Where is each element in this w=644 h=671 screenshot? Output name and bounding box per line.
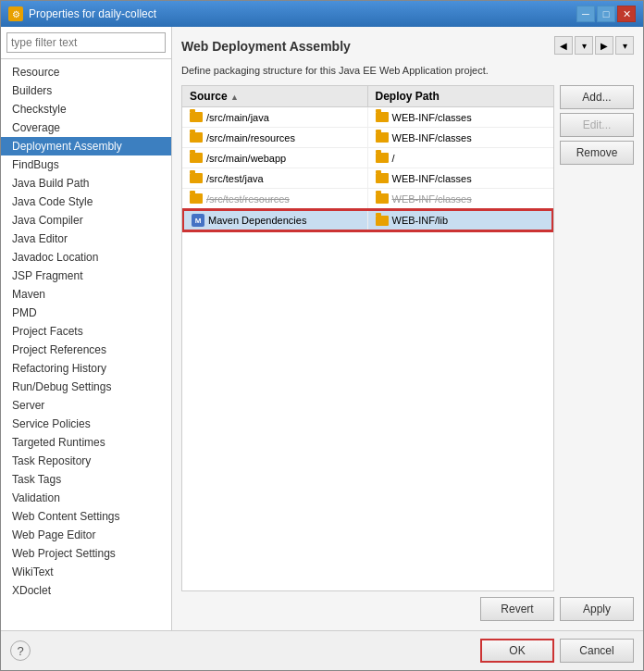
sidebar-item-maven[interactable]: Maven	[1, 285, 171, 304]
maven-icon: M	[192, 214, 204, 227]
panel-description: Define packaging structure for this Java…	[181, 64, 634, 78]
sidebar-item-builders[interactable]: Builders	[1, 81, 171, 100]
cell-deploy-label: WEB-INF/lib	[392, 215, 449, 226]
folder-icon	[376, 132, 389, 143]
ok-button[interactable]: OK	[480, 639, 554, 663]
cell-source-label: /src/test/java	[206, 173, 264, 184]
apply-button[interactable]: Apply	[560, 597, 634, 621]
table-row[interactable]: MMaven DependenciesWEB-INF/lib	[182, 209, 553, 231]
panel-header-row: Web Deployment Assembly ◀ ▾ ▶ ▾	[181, 36, 634, 58]
filter-input[interactable]	[6, 32, 166, 53]
cancel-button[interactable]: Cancel	[560, 639, 634, 663]
minimize-button[interactable]: ─	[576, 6, 595, 22]
content-area: ResourceBuildersCheckstyleCoverageDeploy…	[1, 27, 643, 630]
cell-deploy: WEB-INF/classes	[368, 168, 554, 188]
close-button[interactable]: ✕	[617, 6, 636, 22]
maximize-button[interactable]: □	[597, 6, 615, 22]
folder-icon	[376, 112, 389, 122]
sidebar-item-web-project-settings[interactable]: Web Project Settings	[1, 544, 171, 563]
folder-icon	[190, 173, 203, 183]
sidebar-item-javadoc-location[interactable]: Javadoc Location	[1, 248, 171, 267]
table-row[interactable]: /src/main/webapp/	[182, 148, 553, 168]
main-content-row: Source ▲ Deploy Path /src/main/javaWEB-I…	[181, 85, 634, 591]
table-row[interactable]: /src/test/resourcesWEB-INF/classes	[182, 189, 553, 209]
cell-source: /src/main/java	[182, 107, 368, 127]
cell-source: MMaven Dependencies	[184, 211, 368, 230]
remove-button[interactable]: Remove	[560, 141, 634, 165]
folder-icon	[190, 132, 203, 143]
sidebar-item-targeted-runtimes[interactable]: Targeted Runtimes	[1, 433, 171, 452]
cell-deploy: WEB-INF/classes	[368, 128, 554, 147]
cell-deploy: /	[368, 148, 554, 168]
right-content: Source ▲ Deploy Path /src/main/javaWEB-I…	[181, 85, 634, 621]
sidebar-item-findbugs[interactable]: FindBugs	[1, 155, 171, 174]
sidebar-item-web-content-settings[interactable]: Web Content Settings	[1, 507, 171, 526]
col-source-header: Source ▲	[182, 86, 368, 106]
dialog-bottom-right: OK Cancel	[480, 639, 634, 663]
sidebar-item-jsp-fragment[interactable]: JSP Fragment	[1, 267, 171, 285]
sidebar-item-wikitext[interactable]: WikiText	[1, 563, 171, 581]
sidebar-item-java-compiler[interactable]: Java Compiler	[1, 211, 171, 230]
sidebar-item-project-references[interactable]: Project References	[1, 341, 171, 359]
left-panel: ResourceBuildersCheckstyleCoverageDeploy…	[1, 27, 172, 630]
folder-icon	[190, 112, 203, 122]
table-header: Source ▲ Deploy Path	[182, 86, 553, 107]
table-row[interactable]: /src/main/javaWEB-INF/classes	[182, 107, 553, 128]
folder-icon	[376, 153, 389, 163]
cell-source: /src/main/resources	[182, 128, 368, 147]
sidebar-item-resource[interactable]: Resource	[1, 63, 171, 81]
sidebar-item-task-tags[interactable]: Task Tags	[1, 470, 171, 489]
folder-icon	[190, 153, 203, 163]
sidebar-item-task-repository[interactable]: Task Repository	[1, 452, 171, 470]
edit-button[interactable]: Edit...	[560, 113, 634, 137]
cell-source-label: /src/test/resources	[206, 193, 290, 205]
cell-source-label: /src/main/java	[206, 112, 269, 123]
nav-back-button[interactable]: ◀	[554, 36, 573, 55]
filter-box	[1, 27, 171, 59]
cell-deploy-label: WEB-INF/classes	[392, 193, 472, 205]
sidebar-item-service-policies[interactable]: Service Policies	[1, 415, 171, 433]
window-icon: ⚙	[8, 6, 23, 21]
sidebar-item-pmd[interactable]: PMD	[1, 304, 171, 322]
sidebar-item-run-debug-settings[interactable]: Run/Debug Settings	[1, 378, 171, 396]
help-button[interactable]: ?	[10, 640, 31, 661]
sidebar-item-deployment-assembly[interactable]: Deployment Assembly	[1, 137, 171, 155]
title-bar-controls: ─ □ ✕	[576, 6, 636, 22]
table-row[interactable]: /src/main/resourcesWEB-INF/classes	[182, 128, 553, 148]
sidebar-item-checkstyle[interactable]: Checkstyle	[1, 100, 171, 118]
cell-deploy: WEB-INF/classes	[368, 189, 554, 208]
folder-icon	[190, 193, 203, 204]
panel-nav: ◀ ▾ ▶ ▾	[554, 36, 634, 55]
nav-forward-button[interactable]: ▶	[595, 36, 613, 55]
right-panel: Web Deployment Assembly ◀ ▾ ▶ ▾ Define p…	[172, 27, 643, 630]
nav-forward-dropdown-button[interactable]: ▾	[615, 36, 634, 55]
table-row[interactable]: /src/test/javaWEB-INF/classes	[182, 168, 553, 189]
col-deploy-header: Deploy Path	[368, 86, 554, 106]
table-body: /src/main/javaWEB-INF/classes/src/main/r…	[182, 107, 553, 590]
folder-icon	[376, 173, 389, 183]
sidebar-item-java-code-style[interactable]: Java Code Style	[1, 193, 171, 211]
cell-deploy-label: /	[392, 153, 395, 164]
dialog-bottom: ? OK Cancel	[1, 630, 643, 670]
cell-source-label: /src/main/webapp	[206, 153, 286, 164]
sidebar-item-server[interactable]: Server	[1, 396, 171, 415]
deployment-table: Source ▲ Deploy Path /src/main/javaWEB-I…	[181, 85, 554, 591]
cell-source: /src/main/webapp	[182, 148, 368, 168]
cell-source: /src/test/resources	[182, 189, 368, 208]
sidebar-item-refactoring-history[interactable]: Refactoring History	[1, 359, 171, 378]
sidebar-item-web-page-editor[interactable]: Web Page Editor	[1, 526, 171, 544]
revert-apply-row: Revert Apply	[181, 591, 634, 621]
revert-button[interactable]: Revert	[480, 597, 554, 621]
sidebar-item-project-facets[interactable]: Project Facets	[1, 322, 171, 341]
cell-deploy: WEB-INF/classes	[368, 107, 554, 127]
add-button[interactable]: Add...	[560, 85, 634, 109]
sidebar-item-java-build-path[interactable]: Java Build Path	[1, 174, 171, 193]
button-panel: Add... Edit... Remove	[554, 85, 634, 591]
nav-dropdown-button[interactable]: ▾	[575, 36, 593, 55]
sidebar-item-xdoclet[interactable]: XDoclet	[1, 581, 171, 600]
cell-deploy-label: WEB-INF/classes	[392, 173, 472, 184]
sidebar-item-validation[interactable]: Validation	[1, 489, 171, 507]
sidebar-item-java-editor[interactable]: Java Editor	[1, 230, 171, 248]
sidebar-item-coverage[interactable]: Coverage	[1, 118, 171, 137]
cell-deploy: WEB-INF/lib	[368, 211, 552, 230]
